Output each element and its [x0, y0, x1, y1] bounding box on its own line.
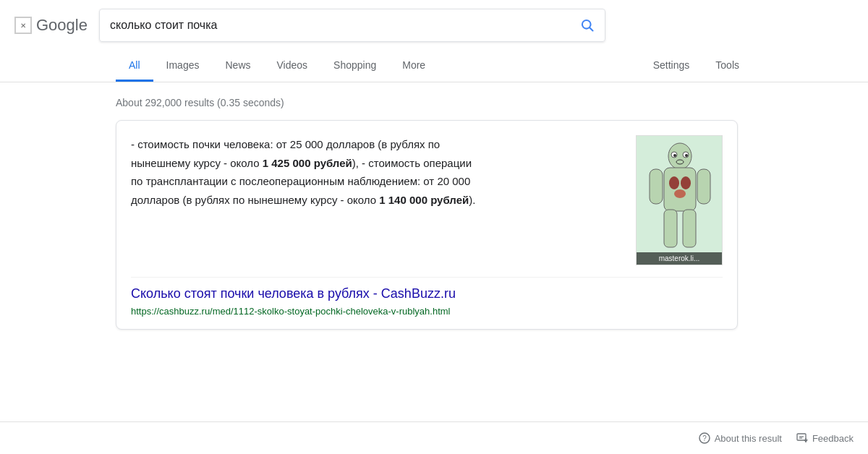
tab-more[interactable]: More [389, 51, 438, 82]
feedback-item[interactable]: Feedback [796, 432, 854, 444]
svg-point-11 [674, 189, 686, 198]
svg-point-14 [673, 154, 676, 157]
results-area: About 292,000 results (0.35 seconds) - с… [0, 82, 868, 344]
tab-images[interactable]: Images [153, 51, 213, 82]
tab-tools[interactable]: Tools [702, 51, 752, 82]
snippet-line1: - стоимость почки человека: от 25 000 до… [131, 138, 440, 150]
svg-line-1 [590, 27, 593, 31]
snippet-line4: по трансплантации с послеоперационным на… [131, 175, 470, 187]
snippet-link-section: Сколько стоят почки человека в рублях - … [131, 277, 723, 329]
snippet-line2: нынешнему курсу - около [131, 157, 263, 169]
tab-videos[interactable]: Videos [264, 51, 321, 82]
svg-marker-23 [804, 440, 808, 442]
snippet-text: - стоимость почки человека: от 25 000 до… [131, 135, 624, 265]
search-input[interactable] [110, 19, 580, 32]
tab-all[interactable]: All [116, 51, 153, 82]
question-icon: ? [699, 432, 710, 444]
google-logo-icon: ✕ [14, 17, 32, 34]
nav-right: Settings Tools [640, 51, 752, 82]
nav-tabs: All Images News Videos Shopping More Set… [0, 51, 868, 82]
feedback-label: Feedback [812, 433, 854, 444]
logo-text: Google [36, 16, 88, 35]
svg-point-9 [669, 176, 679, 189]
svg-rect-6 [697, 169, 710, 204]
tab-shopping[interactable]: Shopping [320, 51, 389, 82]
image-caption: masterok.li... [637, 252, 722, 265]
header: ✕ Google [0, 0, 868, 51]
results-count: About 292,000 results (0.35 seconds) [116, 90, 752, 120]
snippet-line3: ), - стоимость операции [352, 157, 472, 169]
svg-rect-5 [650, 169, 663, 204]
snippet-title-link[interactable]: Сколько стоят почки человека в рублях - … [131, 286, 723, 301]
snippet-image: masterok.li... [636, 135, 723, 265]
search-bar [99, 9, 605, 42]
svg-rect-7 [664, 210, 677, 247]
about-result-item[interactable]: ? About this result [699, 432, 782, 444]
search-icon [580, 18, 595, 33]
search-button[interactable] [580, 18, 595, 33]
tab-news[interactable]: News [212, 51, 263, 82]
snippet-line6: ). [469, 194, 475, 206]
snippet-bold2: 1 140 000 рублей [379, 194, 469, 206]
footer-area: ? About this result Feedback [0, 421, 868, 454]
snippet-line5: долларов (в рублях по нынешнему курсу - … [131, 194, 379, 206]
snippet-card: - стоимость почки человека: от 25 000 до… [116, 120, 738, 330]
snippet-content: - стоимость почки человека: от 25 000 до… [131, 135, 723, 265]
svg-text:?: ? [702, 434, 707, 442]
snippet-bold1: 1 425 000 рублей [263, 157, 352, 169]
svg-point-10 [681, 176, 691, 189]
feedback-icon [796, 432, 808, 444]
svg-point-15 [685, 154, 688, 157]
snippet-url: https://cashbuzz.ru/med/1112-skolko-stoy… [131, 306, 450, 317]
svg-rect-8 [683, 210, 696, 247]
about-result-label: About this result [715, 433, 782, 444]
tab-settings[interactable]: Settings [640, 51, 703, 82]
google-logo[interactable]: ✕ Google [14, 16, 88, 35]
body-illustration [637, 136, 723, 265]
